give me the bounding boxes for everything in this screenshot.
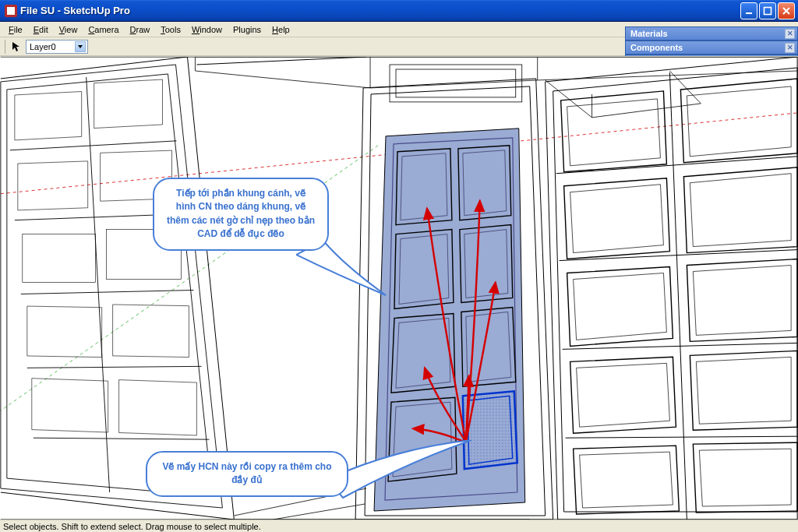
svg-marker-63 [687, 86, 791, 157]
app-icon [5, 5, 17, 17]
panel-materials[interactable]: Materials✕ [625, 26, 798, 41]
toolbar-separator [5, 40, 5, 54]
svg-line-11 [34, 438, 210, 439]
svg-line-10 [27, 366, 202, 368]
svg-line-6 [87, 77, 110, 492]
svg-marker-65 [690, 174, 791, 247]
svg-rect-1 [764, 7, 772, 14]
svg-line-73 [273, 504, 365, 520]
menu-file[interactable]: File [3, 22, 28, 37]
close-icon[interactable]: ✕ [785, 43, 795, 53]
close-icon[interactable]: ✕ [785, 29, 795, 39]
left-door [1, 65, 223, 508]
menu-view[interactable]: View [54, 22, 83, 37]
panel-label: Components [630, 43, 683, 52]
viewport[interactable]: Tiếp tới phần khung cánh, vẽ hình CN the… [0, 56, 798, 520]
svg-rect-19 [113, 305, 189, 358]
svg-rect-21 [119, 380, 197, 435]
svg-marker-70 [580, 452, 673, 508]
svg-marker-69 [696, 357, 791, 424]
menu-window[interactable]: Window [186, 22, 228, 37]
svg-marker-60 [574, 446, 680, 514]
callout-1: Tiếp tới phần khung cánh, vẽ hình CN the… [153, 178, 329, 251]
svg-rect-12 [15, 91, 82, 139]
center-door [374, 129, 525, 511]
svg-rect-16 [23, 234, 96, 283]
right-door [546, 57, 797, 520]
layer-dropdown[interactable]: Layer0 [26, 40, 88, 54]
maximize-button[interactable] [759, 2, 776, 19]
layer-value: Layer0 [30, 42, 56, 51]
svg-rect-13 [94, 79, 163, 129]
svg-line-7 [10, 141, 177, 150]
svg-rect-20 [32, 379, 108, 432]
close-button[interactable] [778, 2, 795, 19]
svg-marker-55 [683, 167, 797, 253]
svg-marker-58 [570, 357, 676, 433]
panel-label: Materials [630, 29, 668, 38]
svg-marker-45 [546, 57, 797, 520]
menu-help[interactable]: Help [267, 22, 295, 37]
status-hint: Select objects. Shift to extend select. … [3, 522, 261, 531]
select-tool-icon[interactable] [10, 41, 23, 53]
svg-marker-5 [7, 74, 213, 496]
menu-camera[interactable]: Camera [83, 22, 124, 37]
svg-marker-43 [463, 391, 517, 469]
panel-components[interactable]: Components✕ [625, 41, 798, 55]
svg-marker-61 [693, 442, 797, 513]
svg-marker-54 [564, 178, 670, 259]
svg-rect-0 [746, 12, 752, 14]
chevron-down-icon [75, 41, 86, 52]
title-bar: File SU - SketchUp Pro [0, 0, 798, 22]
svg-marker-59 [690, 351, 797, 430]
svg-marker-66 [574, 273, 667, 340]
scene-3d [0, 57, 798, 520]
menu-edit[interactable]: Edit [28, 22, 54, 37]
minimize-button[interactable] [740, 2, 757, 19]
svg-marker-71 [699, 449, 791, 506]
menu-tools[interactable]: Tools [155, 22, 186, 37]
svg-marker-68 [577, 363, 670, 427]
menu-draw[interactable]: Draw [125, 22, 156, 37]
window-title: File SU - SketchUp Pro [20, 5, 740, 16]
status-bar: Select objects. Shift to extend select. … [0, 520, 798, 532]
svg-line-51 [566, 436, 797, 438]
svg-line-49 [560, 250, 797, 261]
svg-marker-4 [1, 65, 223, 508]
menu-plugins[interactable]: Plugins [228, 22, 267, 37]
svg-line-47 [669, 72, 687, 520]
svg-marker-57 [687, 259, 797, 342]
window-buttons [740, 2, 795, 19]
svg-line-48 [556, 157, 797, 174]
svg-rect-18 [27, 306, 102, 358]
svg-marker-64 [570, 185, 664, 253]
callout-2: Vẽ mấy HCN này rồi copy ra thêm cho đầy … [146, 451, 348, 497]
svg-marker-67 [693, 266, 791, 336]
